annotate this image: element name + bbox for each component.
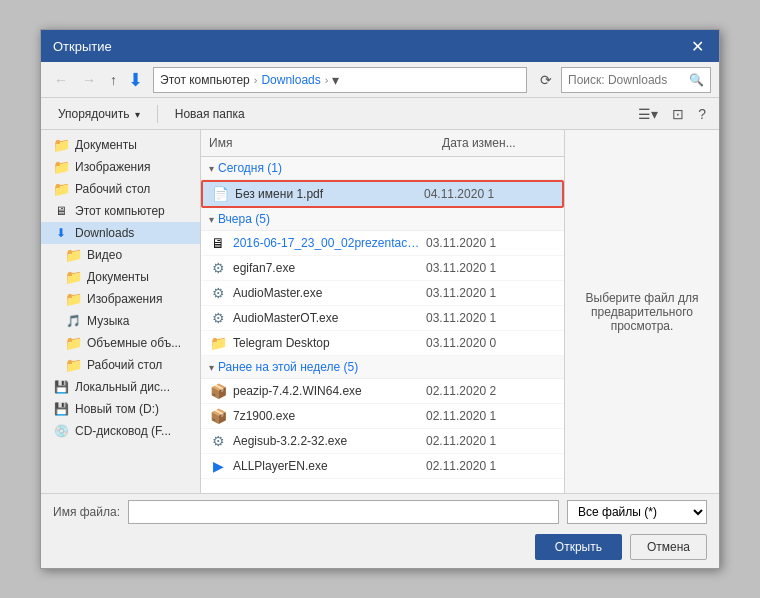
sidebar-item-cd-rom[interactable]: 💿 CD-дисковод (F... [41,420,200,442]
file-row[interactable]: ⚙ Aegisub-3.2.2-32.exe 02.11.2020 1 [201,429,564,454]
file-row[interactable]: ⚙ AudioMaster.exe 03.11.2020 1 [201,281,564,306]
file-name: Telegram Desktop [233,336,420,350]
exe-icon: ⚙ [209,309,227,327]
close-button[interactable]: ✕ [687,36,707,56]
disk-icon: 💾 [53,379,69,395]
disk-icon: 💾 [53,401,69,417]
sidebar-item-desktop2[interactable]: 📁 Рабочий стол [41,354,200,376]
file-list-header: Имя Дата измен... [201,130,564,157]
file-date: 02.11.2020 2 [426,384,556,398]
preview-text: Выберите файл для предварительного просм… [577,291,707,333]
exe-icon: ⚙ [209,432,227,450]
sidebar-item-music[interactable]: 🎵 Музыка [41,310,200,332]
music-icon: 🎵 [65,313,81,329]
filetype-select[interactable]: Все файлы (*) [567,500,707,524]
folder-icon: 📁 [53,159,69,175]
pdf-icon: 📄 [211,185,229,203]
file-date: 03.11.2020 1 [426,311,556,325]
file-date: 04.11.2020 1 [424,187,554,201]
downloads-icon: ⬇ [53,225,69,241]
dialog-title: Открытие [53,39,112,54]
sidebar-item-video[interactable]: 📁 Видео [41,244,200,266]
group-this-week[interactable]: ▾ Ранее на этой неделе (5) [201,356,564,379]
sidebar-item-this-pc[interactable]: 🖥 Этот компьютер [41,200,200,222]
exe-icon: ⚙ [209,259,227,277]
sidebar-item-documents2[interactable]: 📁 Документы [41,266,200,288]
file-row[interactable]: 📁 Telegram Desktop 03.11.2020 0 [201,331,564,356]
file-row[interactable]: ▶ ALLPlayerEN.exe 02.11.2020 1 [201,454,564,479]
column-date[interactable]: Дата измен... [434,134,564,152]
view-icon-button[interactable]: ⊡ [667,103,689,125]
filename-label: Имя файла: [53,505,120,519]
open-dialog: Открытие ✕ ← → ↑ ⬇ Этот компьютер › Down… [40,29,720,569]
up-button[interactable]: ↑ [105,69,122,91]
file-row[interactable]: 📄 Без имени 1.pdf 04.11.2020 1 [201,180,564,208]
sidebar-item-new-volume[interactable]: 💾 Новый том (D:) [41,398,200,420]
sidebar-item-objects[interactable]: 📁 Объемные объ... [41,332,200,354]
file-name: egifan7.exe [233,261,420,275]
file-row[interactable]: ⚙ AudioMasterOT.exe 03.11.2020 1 [201,306,564,331]
exe-icon: ⚙ [209,284,227,302]
file-name: 2016-06-17_23_00_02prezentaciya-ohrana..… [233,236,420,250]
file-date: 03.11.2020 1 [426,261,556,275]
folder-icon: 📁 [65,247,81,263]
sidebar: 📁 Документы 📁 Изображения 📁 Рабочий стол… [41,130,201,493]
file-name: ALLPlayerEN.exe [233,459,420,473]
computer-icon: 🖥 [53,203,69,219]
file-name: 7z1900.exe [233,409,420,423]
file-row[interactable]: 🖥 2016-06-17_23_00_02prezentaciya-ohrana… [201,231,564,256]
folder-icon: 📁 [65,357,81,373]
column-name[interactable]: Имя [201,134,434,152]
folder-icon: 📁 [209,334,227,352]
forward-button[interactable]: → [77,69,101,91]
sidebar-item-local-disk[interactable]: 💾 Локальный дис... [41,376,200,398]
cdrom-icon: 💿 [53,423,69,439]
search-input[interactable] [568,73,685,87]
cancel-button[interactable]: Отмена [630,534,707,560]
file-name: AudioMasterOT.exe [233,311,420,325]
view-details-button[interactable]: ☰▾ [633,103,663,125]
file-date: 03.11.2020 1 [426,286,556,300]
sidebar-item-images[interactable]: 📁 Изображения [41,156,200,178]
sidebar-item-downloads[interactable]: ⬇ Downloads [41,222,200,244]
organize-button[interactable]: Упорядочить ▾ [49,104,149,124]
file-name: peazip-7.4.2.WIN64.exe [233,384,420,398]
back-button[interactable]: ← [49,69,73,91]
dropdown-arrow[interactable]: ▾ [332,72,339,88]
breadcrumb-downloads: Downloads [261,73,320,87]
file-row[interactable]: 📦 7z1900.exe 02.11.2020 1 [201,404,564,429]
refresh-button[interactable]: ⟳ [535,69,557,91]
file-date: 02.11.2020 1 [426,434,556,448]
file-row[interactable]: ⚙ egifan7.exe 03.11.2020 1 [201,256,564,281]
zip-icon: 📦 [209,407,227,425]
view-controls: ☰▾ ⊡ ? [633,103,711,125]
open-button[interactable]: Открыть [535,534,622,560]
new-folder-button[interactable]: Новая папка [166,104,254,124]
file-list: ▾ Сегодня (1) 📄 Без имени 1.pdf 04.11.20… [201,157,564,493]
sidebar-item-desktop[interactable]: 📁 Рабочий стол [41,178,200,200]
preview-panel: Выберите файл для предварительного просм… [564,130,719,493]
downloads-shortcut-icon: ⬇ [128,69,143,91]
breadcrumb-computer: Этот компьютер [160,73,250,87]
zip-icon: 📦 [209,382,227,400]
search-icon: 🔍 [689,73,704,87]
address-toolbar: ← → ↑ ⬇ Этот компьютер › Downloads › ▾ ⟳… [41,62,719,98]
sidebar-item-images2[interactable]: 📁 Изображения [41,288,200,310]
sidebar-item-documents[interactable]: 📁 Документы [41,134,200,156]
folder-icon: 📁 [65,291,81,307]
help-button[interactable]: ? [693,103,711,125]
player-icon: ▶ [209,457,227,475]
folder-icon: 📁 [65,335,81,351]
file-date: 03.11.2020 1 [426,236,556,250]
address-bar[interactable]: Этот компьютер › Downloads › ▾ [153,67,527,93]
action-bar: Упорядочить ▾ Новая папка ☰▾ ⊡ ? [41,98,719,130]
exe-icon: 🖥 [209,234,227,252]
group-today[interactable]: ▾ Сегодня (1) [201,157,564,180]
folder-icon: 📁 [53,181,69,197]
search-box[interactable]: 🔍 [561,67,711,93]
button-row: Открыть Отмена [41,530,719,568]
file-row[interactable]: 📦 peazip-7.4.2.WIN64.exe 02.11.2020 2 [201,379,564,404]
group-yesterday[interactable]: ▾ Вчера (5) [201,208,564,231]
filename-input[interactable] [128,500,559,524]
main-panel: Имя Дата измен... ▾ Сегодня (1) 📄 Без им… [201,130,564,493]
